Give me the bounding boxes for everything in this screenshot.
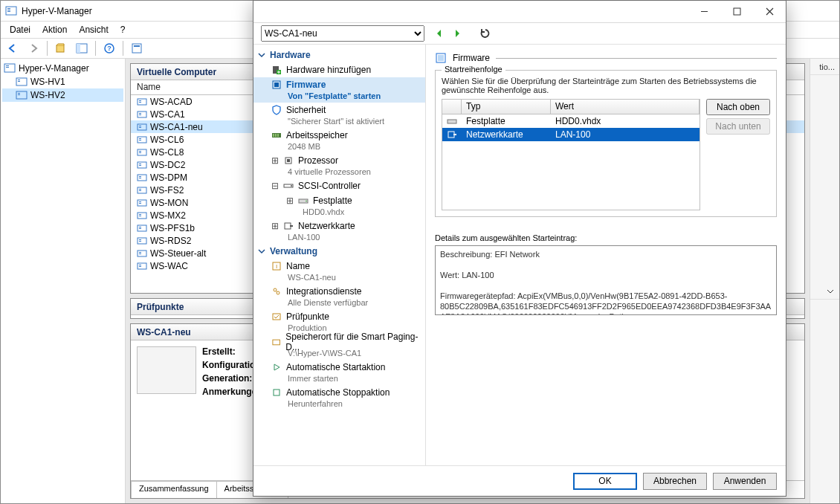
- tree-host-2[interactable]: WS-HV2: [2, 88, 123, 102]
- maximize-button[interactable]: [720, 1, 753, 23]
- vm-icon: [137, 109, 147, 120]
- item-security[interactable]: Sicherheit "Sicherer Start" ist aktivier…: [253, 103, 425, 128]
- svg-point-75: [291, 185, 292, 187]
- vm-thumbnail: [137, 346, 196, 394]
- item-nic[interactable]: ⊞ Netzwerkkarte LAN-100: [253, 219, 425, 244]
- vm-row-label: WS-MON: [150, 198, 188, 208]
- vm-icon: [137, 198, 147, 208]
- actions-row-1[interactable]: [810, 283, 839, 300]
- boot-row[interactable]: FestplatteHDD0.vhdx: [442, 114, 700, 128]
- move-up-button[interactable]: Nach oben: [706, 99, 770, 115]
- vm-row-label: WS-FS2: [150, 185, 184, 196]
- svg-rect-47: [138, 213, 146, 219]
- svg-rect-56: [138, 251, 146, 256]
- item-scsi[interactable]: ⊟ SCSI-Controller: [253, 178, 425, 193]
- item-add-hardware[interactable]: Hardware hinzufügen: [253, 62, 425, 77]
- vm-icon: [137, 185, 147, 196]
- item-memory[interactable]: Arbeitsspeicher 2048 MB: [253, 128, 425, 153]
- item-autostart[interactable]: Automatische Startaktion Immer starten: [253, 360, 425, 385]
- boot-col-wert[interactable]: Wert: [551, 100, 700, 114]
- svg-rect-3: [7, 11, 10, 12]
- chevron-down-icon: [258, 248, 265, 255]
- up-button[interactable]: [52, 40, 70, 56]
- scsi-icon: [283, 181, 294, 191]
- svg-rect-39: [139, 176, 141, 177]
- ok-button[interactable]: OK: [573, 473, 637, 490]
- show-hide-tree-button[interactable]: [73, 40, 91, 56]
- expand-icon[interactable]: ⊞: [286, 196, 294, 206]
- vm-row-label: WS-Steuer-alt: [150, 248, 206, 259]
- vm-row-label: WS-CA1-neu: [150, 122, 203, 132]
- item-checkpoints[interactable]: Prüfpunkte Produktion: [253, 309, 425, 335]
- cat-hardware[interactable]: Hardware: [253, 48, 425, 62]
- memory-icon: [271, 130, 282, 140]
- menu-file[interactable]: Datei: [4, 23, 36, 36]
- vm-icon: [137, 210, 147, 221]
- item-name[interactable]: I Name WS-CA1-neu: [253, 259, 425, 284]
- vm-icon: [137, 172, 147, 183]
- refresh-button[interactable]: [128, 40, 146, 56]
- help-button[interactable]: ?: [100, 40, 118, 56]
- svg-rect-29: [138, 137, 146, 143]
- svg-rect-33: [139, 151, 141, 152]
- minimize-button[interactable]: [688, 1, 720, 23]
- svg-rect-45: [139, 201, 141, 202]
- svg-rect-85: [273, 340, 280, 345]
- vm-icon: [137, 261, 147, 271]
- item-integration[interactable]: Integrationsdienste Alle Dienste verfügb…: [253, 284, 425, 309]
- svg-rect-61: [139, 266, 141, 267]
- settings-tree[interactable]: Hardware Hardware hinzufügen Firmware Vo…: [253, 45, 426, 465]
- forward-button[interactable]: [25, 40, 42, 56]
- prev-button[interactable]: [432, 26, 447, 41]
- back-button[interactable]: [4, 40, 22, 56]
- tree-host-1[interactable]: WS-HV1: [2, 75, 123, 88]
- item-cpu[interactable]: ⊞ Prozessor 4 virtuelle Prozessoren: [253, 153, 425, 178]
- tree-root[interactable]: Hyper-V-Manager: [2, 62, 123, 75]
- svg-rect-20: [138, 99, 146, 105]
- svg-rect-44: [138, 200, 146, 206]
- tab-summary[interactable]: Zusammenfassung: [131, 481, 217, 498]
- cat-management[interactable]: Verwaltung: [253, 244, 425, 259]
- svg-rect-90: [448, 132, 454, 138]
- menu-action[interactable]: Aktion: [36, 23, 73, 36]
- svg-rect-28: [139, 127, 141, 128]
- boot-order-group: Startreihenfolge Wählen Sie für die Über…: [435, 70, 777, 217]
- collapse-icon[interactable]: ⊟: [271, 181, 279, 191]
- svg-rect-23: [138, 112, 146, 117]
- next-button[interactable]: [450, 26, 465, 41]
- svg-rect-13: [6, 67, 9, 68]
- svg-rect-19: [18, 94, 20, 95]
- vm-selector[interactable]: WS-CA1-neu: [261, 25, 424, 42]
- firmware-icon: [271, 80, 282, 90]
- menu-view[interactable]: Ansicht: [73, 23, 114, 36]
- boot-row-typ: Netzwerkkarte: [462, 129, 551, 140]
- boot-col-typ[interactable]: Typ: [462, 100, 551, 114]
- menu-help[interactable]: ?: [114, 23, 132, 36]
- svg-rect-21: [139, 100, 141, 101]
- svg-rect-48: [139, 214, 141, 215]
- vm-icon: [137, 135, 147, 145]
- boot-row[interactable]: NetzwerkkarteLAN-100: [442, 128, 700, 141]
- move-down-button[interactable]: Nach unten: [706, 118, 770, 135]
- expand-icon[interactable]: ⊞: [271, 155, 279, 166]
- close-button[interactable]: [753, 1, 786, 23]
- item-firmware[interactable]: Firmware Von "Festplatte" starten: [253, 77, 425, 103]
- svg-rect-15: [18, 80, 20, 80]
- reload-button[interactable]: [478, 26, 493, 41]
- svg-rect-0: [6, 7, 16, 15]
- item-hdd[interactable]: ⊞ Festplatte HDD0.vhdx: [253, 193, 425, 219]
- actions-row-0[interactable]: tio...: [810, 59, 839, 75]
- boot-details-text[interactable]: [435, 245, 777, 315]
- nav-tree[interactable]: Hyper-V-Manager WS-HV1 WS-HV2: [1, 59, 126, 503]
- item-smart-paging[interactable]: Speicherort für die Smart Paging-D... V:…: [253, 335, 425, 360]
- boot-table[interactable]: Typ Wert FestplatteHDD0.vhdxNetzwerkkart…: [442, 99, 700, 210]
- expand-icon[interactable]: ⊞: [271, 221, 279, 231]
- item-autostop[interactable]: Automatische Stoppaktion Herunterfahren: [253, 385, 425, 410]
- apply-button[interactable]: Anwenden: [713, 473, 777, 490]
- actions-pane: tio...: [810, 59, 839, 503]
- vm-settings-dialog: WS-CA1-neu Hardware Hardware hinzufügen: [253, 0, 786, 497]
- cancel-button[interactable]: Abbrechen: [643, 473, 707, 490]
- vm-icon: [137, 97, 147, 107]
- svg-text:I: I: [276, 263, 277, 270]
- firmware-icon: [435, 52, 447, 64]
